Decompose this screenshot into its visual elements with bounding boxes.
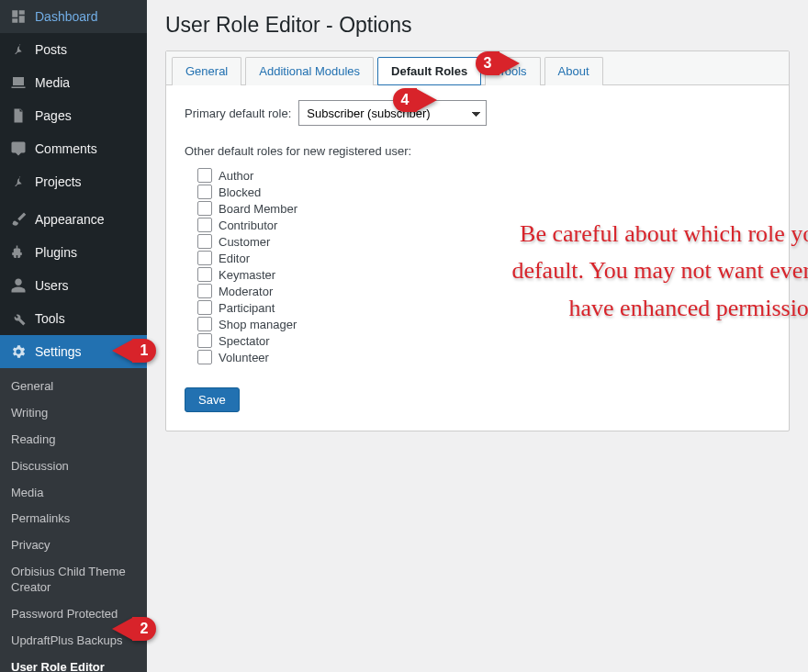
role-label: Volunteer — [219, 351, 269, 364]
role-option-keymaster: Keymaster — [197, 266, 770, 283]
sidebar-item-plugins[interactable]: Plugins — [0, 236, 147, 269]
submenu-item-discussion[interactable]: Discussion — [0, 454, 147, 480]
role-label: Spectator — [219, 334, 270, 348]
roles-list: AuthorBlockedBoard MemberContributorCust… — [197, 167, 770, 365]
role-label: Blocked — [219, 185, 261, 199]
sidebar-item-dashboard[interactable]: Dashboard — [0, 0, 147, 33]
role-checkbox[interactable] — [197, 317, 212, 331]
media-icon — [9, 73, 28, 92]
comments-icon — [9, 140, 28, 158]
role-option-blocked: Blocked — [197, 184, 770, 200]
role-option-shop-manager: Shop manager — [197, 316, 770, 332]
role-label: Customer — [219, 235, 270, 249]
main-content: User Role Editor - Options GeneralAdditi… — [147, 0, 808, 672]
role-label: Board Member — [219, 202, 297, 216]
tools-icon — [9, 309, 28, 328]
sidebar-item-projects[interactable]: Projects — [0, 165, 147, 198]
sidebar-item-comments[interactable]: Comments — [0, 132, 147, 165]
sidebar-item-label: Comments — [35, 141, 97, 156]
role-label: Contributor — [219, 218, 277, 232]
role-label: Shop manager — [219, 318, 297, 331]
role-checkbox[interactable] — [197, 267, 212, 282]
role-option-spectator: Spectator — [197, 332, 770, 349]
submenu-item-orbisius-child-theme-creator[interactable]: Orbisius Child Theme Creator — [0, 559, 147, 601]
role-checkbox[interactable] — [197, 333, 212, 348]
tab-bar: GeneralAdditional ModulesDefault RolesTo… — [166, 51, 789, 85]
role-label: Editor — [219, 252, 250, 265]
pin-icon — [9, 173, 28, 191]
sidebar-item-appearance[interactable]: Appearance — [0, 203, 147, 236]
role-option-participant: Participant — [197, 299, 770, 316]
settings-submenu: GeneralWritingReadingDiscussionMediaPerm… — [0, 368, 147, 672]
sidebar-item-users[interactable]: Users — [0, 269, 147, 302]
admin-sidebar: DashboardPostsMediaPagesCommentsProjects… — [0, 0, 147, 672]
submenu-item-updraftplus-backups[interactable]: UpdraftPlus Backups — [0, 628, 147, 655]
submenu-item-user-role-editor[interactable]: User Role Editor — [0, 655, 147, 672]
sidebar-item-posts[interactable]: Posts — [0, 33, 147, 66]
primary-role-label: Primary default role: — [185, 106, 291, 120]
role-option-editor: Editor — [197, 250, 770, 266]
role-option-customer: Customer — [197, 233, 770, 250]
submenu-item-media[interactable]: Media — [0, 480, 147, 507]
plugin-icon — [9, 243, 28, 262]
submenu-item-privacy[interactable]: Privacy — [0, 532, 147, 559]
role-checkbox[interactable] — [197, 234, 212, 249]
sidebar-item-media[interactable]: Media — [0, 66, 147, 99]
other-roles-label: Other default roles for new registered u… — [185, 144, 770, 158]
role-label: Participant — [219, 301, 275, 315]
submenu-item-reading[interactable]: Reading — [0, 427, 147, 454]
sidebar-item-pages[interactable]: Pages — [0, 99, 147, 132]
submenu-item-writing[interactable]: Writing — [0, 400, 147, 427]
submenu-item-general[interactable]: General — [0, 374, 147, 400]
sidebar-item-tools[interactable]: Tools — [0, 302, 147, 335]
primary-role-select[interactable]: Subscriber (subscriber) — [298, 100, 487, 126]
tab-tools[interactable]: Tools — [485, 57, 540, 85]
role-checkbox[interactable] — [197, 218, 212, 232]
brush-icon — [9, 210, 28, 229]
options-panel: GeneralAdditional ModulesDefault RolesTo… — [165, 50, 790, 431]
role-checkbox[interactable] — [197, 350, 212, 364]
tab-additional-modules[interactable]: Additional Modules — [245, 57, 374, 85]
settings-icon — [9, 342, 28, 361]
submenu-item-password-protected[interactable]: Password Protected — [0, 601, 147, 628]
sidebar-item-label: Projects — [35, 174, 82, 189]
sidebar-item-label: Pages — [35, 108, 72, 123]
sidebar-item-label: Media — [35, 75, 70, 90]
role-label: Moderator — [219, 285, 273, 298]
role-checkbox[interactable] — [197, 185, 212, 199]
sidebar-item-label: Posts — [35, 42, 67, 57]
tab-about[interactable]: About — [544, 57, 603, 85]
tab-general[interactable]: General — [172, 57, 241, 85]
page-title: User Role Editor - Options — [165, 13, 790, 38]
role-option-moderator: Moderator — [197, 283, 770, 299]
submenu-item-permalinks[interactable]: Permalinks — [0, 506, 147, 532]
role-option-author: Author — [197, 167, 770, 184]
save-button[interactable]: Save — [185, 387, 240, 412]
sidebar-item-label: Tools — [35, 311, 65, 326]
sidebar-item-label: Plugins — [35, 245, 77, 260]
page-icon — [9, 106, 28, 125]
users-icon — [9, 276, 28, 295]
pin-icon — [9, 40, 28, 59]
role-label: Author — [219, 169, 253, 183]
sidebar-item-label: Settings — [35, 344, 82, 359]
role-checkbox[interactable] — [197, 284, 212, 298]
role-checkbox[interactable] — [197, 201, 212, 216]
role-option-volunteer: Volunteer — [197, 349, 770, 365]
role-label: Keymaster — [219, 268, 275, 282]
tab-default-roles[interactable]: Default Roles — [377, 57, 481, 85]
role-checkbox[interactable] — [197, 168, 212, 183]
sidebar-item-settings[interactable]: Settings — [0, 335, 147, 368]
role-option-contributor: Contributor — [197, 217, 770, 233]
sidebar-item-label: Dashboard — [35, 9, 98, 24]
role-option-board-member: Board Member — [197, 200, 770, 217]
dashboard-icon — [9, 7, 28, 26]
sidebar-item-label: Users — [35, 278, 69, 293]
sidebar-item-label: Appearance — [35, 212, 105, 227]
role-checkbox[interactable] — [197, 300, 212, 315]
role-checkbox[interactable] — [197, 251, 212, 265]
